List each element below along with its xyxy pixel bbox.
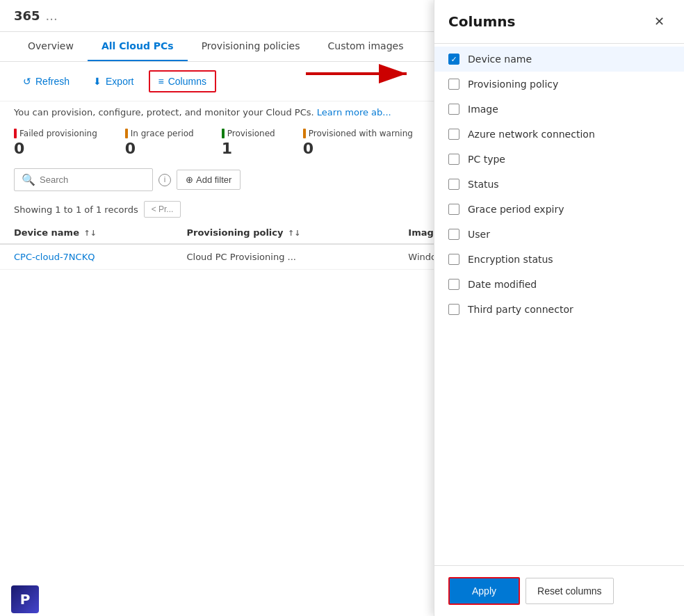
records-showing: Showing 1 to 1 of 1 records [14, 204, 138, 215]
column-list: Device name Provisioning policy Image Az… [434, 44, 684, 565]
red-arrow [306, 61, 417, 86]
reset-columns-button[interactable]: Reset columns [526, 578, 614, 604]
close-panel-button[interactable]: ✕ [649, 11, 670, 32]
search-input[interactable] [40, 175, 145, 185]
checkbox-image[interactable] [448, 104, 459, 115]
columns-icon: ≡ [158, 76, 164, 87]
column-label-user: User [468, 229, 490, 240]
stat-warning-label: Provisioned with warning [303, 129, 413, 138]
checkbox-azure-network[interactable] [448, 129, 459, 140]
tab-overview[interactable]: Overview [14, 32, 88, 61]
column-label-azure-network: Azure network connection [468, 129, 595, 140]
app-dots: ... [46, 8, 58, 23]
column-item-encryption-status[interactable]: Encryption status [434, 247, 684, 272]
learn-more-link[interactable]: Learn more ab... [317, 107, 391, 117]
arrow-container [306, 61, 417, 86]
tab-custom-images[interactable]: Custom images [314, 32, 418, 61]
columns-label: Columns [168, 76, 206, 87]
stat-provisioned-label: Provisioned [222, 129, 275, 138]
column-item-image[interactable]: Image [434, 97, 684, 122]
column-item-pc-type[interactable]: PC type [434, 147, 684, 172]
columns-button[interactable]: ≡ Columns [149, 70, 216, 92]
column-label-image: Image [468, 104, 498, 115]
stat-grace-bar [125, 129, 128, 138]
stat-provisioned-bar [222, 129, 225, 138]
checkbox-grace-period[interactable] [448, 204, 459, 215]
add-filter-button[interactable]: ⊕ Add filter [177, 170, 241, 190]
stat-warning-bar [303, 129, 306, 138]
apply-button[interactable]: Apply [448, 577, 520, 605]
main-content: 365 ... Overview All Cloud PCs Provision… [0, 0, 684, 616]
cell-provisioning-policy: Cloud PC Provisioning ... [172, 244, 394, 270]
checkbox-user[interactable] [448, 229, 459, 240]
checkbox-date-modified[interactable] [448, 279, 459, 290]
column-label-date-modified: Date modified [468, 279, 537, 290]
col-provisioning-policy[interactable]: Provisioning policy ↑↓ [172, 222, 394, 244]
column-item-third-party[interactable]: Third party connector [434, 297, 684, 322]
stat-grace: In grace period 0 [125, 129, 194, 157]
info-icon[interactable]: i [158, 174, 171, 186]
column-label-pc-type: PC type [468, 154, 505, 165]
column-item-user[interactable]: User [434, 222, 684, 247]
tab-all-cloud-pcs[interactable]: All Cloud PCs [88, 32, 188, 61]
export-icon: ⬇ [93, 76, 101, 87]
search-box: 🔍 [14, 168, 153, 191]
search-icon: 🔍 [22, 173, 35, 186]
refresh-button[interactable]: ↺ Refresh [14, 71, 79, 92]
panel-title: Columns [448, 13, 516, 30]
stat-grace-value: 0 [125, 140, 194, 157]
column-item-azure-network[interactable]: Azure network connection [434, 122, 684, 147]
refresh-label: Refresh [35, 76, 70, 87]
prev-button[interactable]: < Pr... [144, 201, 181, 218]
column-label-status: Status [468, 179, 499, 190]
column-item-date-modified[interactable]: Date modified [434, 272, 684, 297]
checkbox-provisioning-policy[interactable] [448, 79, 459, 90]
logo-badge: P [11, 585, 39, 613]
column-item-grace-period[interactable]: Grace period expiry [434, 197, 684, 222]
tab-provisioning-policies[interactable]: Provisioning policies [188, 32, 314, 61]
stat-provisioned: Provisioned 1 [222, 129, 275, 157]
sort-icon-device: ↑↓ [84, 229, 97, 238]
column-label-device-name: Device name [468, 54, 532, 65]
column-label-provisioning-policy: Provisioning policy [468, 79, 558, 90]
panel-footer: Apply Reset columns [434, 565, 684, 616]
stat-failed-value: 0 [14, 140, 97, 157]
columns-panel: Columns ✕ Device name Provisioning polic… [434, 0, 684, 616]
checkbox-encryption-status[interactable] [448, 254, 459, 265]
stat-failed-bar [14, 129, 17, 138]
column-item-provisioning-policy[interactable]: Provisioning policy [434, 72, 684, 97]
checkbox-third-party[interactable] [448, 304, 459, 315]
export-button[interactable]: ⬇ Export [84, 71, 142, 92]
app-title: 365 [14, 8, 40, 23]
checkbox-device-name[interactable] [448, 54, 459, 65]
cell-device-name: CPC-cloud-7NCKQ [0, 244, 172, 270]
export-label: Export [106, 76, 133, 87]
column-item-device-name[interactable]: Device name [434, 47, 684, 72]
column-label-encryption-status: Encryption status [468, 254, 553, 265]
col-device-name[interactable]: Device name ↑↓ [0, 222, 172, 244]
stat-warning-value: 0 [303, 140, 413, 157]
stat-failed: Failed provisioning 0 [14, 129, 97, 157]
sort-icon-policy: ↑↓ [288, 229, 300, 238]
column-label-grace-period: Grace period expiry [468, 204, 564, 215]
stat-provisioned-value: 1 [222, 140, 275, 157]
stat-warning: Provisioned with warning 0 [303, 129, 413, 157]
column-label-third-party: Third party connector [468, 304, 573, 315]
add-filter-icon: ⊕ [186, 175, 193, 185]
stat-failed-label: Failed provisioning [14, 129, 97, 138]
checkbox-pc-type[interactable] [448, 154, 459, 165]
device-link[interactable]: CPC-cloud-7NCKQ [14, 252, 95, 262]
column-item-status[interactable]: Status [434, 172, 684, 197]
panel-header: Columns ✕ [434, 0, 684, 44]
checkbox-status[interactable] [448, 179, 459, 190]
stat-grace-label: In grace period [125, 129, 194, 138]
refresh-icon: ↺ [23, 76, 31, 87]
logo-letter: P [20, 591, 31, 608]
